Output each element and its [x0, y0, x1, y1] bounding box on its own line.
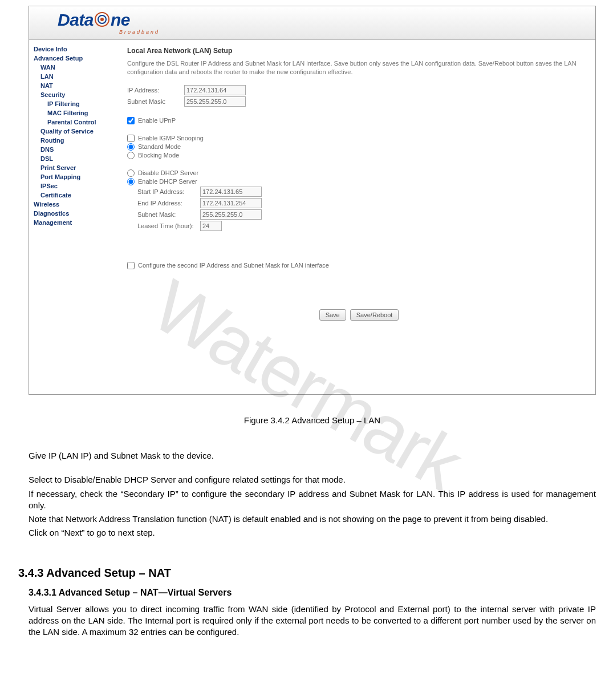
document-body: Give IP (LAN IP) and Subnet Mask to the …	[29, 450, 596, 539]
enable-dhcp-label: Enable DHCP Server	[138, 178, 197, 185]
start-ip-label: Start IP Address:	[127, 188, 200, 195]
start-ip-input[interactable]	[200, 187, 262, 197]
standard-mode-radio[interactable]	[127, 143, 135, 151]
disable-dhcp-radio[interactable]	[127, 169, 135, 177]
section-paragraph: Virtual Server allows you to direct inco…	[29, 604, 596, 638]
nav-ip-filtering[interactable]: IP Filtering	[34, 99, 118, 108]
router-banner: Datane Broadband	[29, 6, 595, 40]
subnet-mask-label: Subnet Mask:	[127, 98, 184, 105]
nav-dsl[interactable]: DSL	[34, 154, 118, 163]
second-ip-checkbox[interactable]	[127, 262, 135, 269]
router-screenshot: Datane Broadband Device Info Advanced Se…	[29, 6, 596, 395]
body-p2: Select to Disable/Enable DHCP Server and…	[29, 474, 596, 485]
lan-setup-title: Local Area Network (LAN) Setup	[127, 47, 591, 55]
standard-mode-label: Standard Mode	[138, 143, 181, 150]
nav-management[interactable]: Management	[34, 218, 118, 227]
body-p4: Note that Network Address Translation fu…	[29, 513, 596, 525]
leased-time-label: Leased Time (hour):	[127, 222, 200, 229]
nav-nat[interactable]: NAT	[34, 81, 118, 90]
dhcp-subnet-input[interactable]	[200, 209, 262, 220]
sidebar-nav: Device Info Advanced Setup WAN LAN NAT S…	[29, 40, 118, 395]
nav-print-server[interactable]: Print Server	[34, 163, 118, 172]
enable-upnp-checkbox[interactable]	[127, 117, 135, 124]
svg-point-2	[100, 18, 104, 21]
logo: Datane	[58, 9, 130, 30]
nav-dns[interactable]: DNS	[34, 145, 118, 154]
nav-lan[interactable]: LAN	[34, 72, 118, 81]
nav-qos[interactable]: Quality of Service	[34, 127, 118, 136]
logo-swirl-icon	[94, 11, 111, 28]
enable-igmp-checkbox[interactable]	[127, 135, 135, 142]
router-content: Local Area Network (LAN) Setup Configure…	[118, 40, 595, 395]
lan-setup-description: Configure the DSL Router IP Address and …	[127, 59, 591, 77]
nav-wireless[interactable]: Wireless	[34, 200, 118, 209]
logo-text: Data	[58, 10, 94, 29]
nav-security[interactable]: Security	[34, 90, 118, 99]
end-ip-label: End IP Address:	[127, 200, 200, 207]
subsection-heading: 3.4.3.1 Advanced Setup – NAT—Virtual Ser…	[29, 588, 596, 598]
nav-ipsec[interactable]: IPSec	[34, 181, 118, 191]
nav-certificate[interactable]: Certificate	[34, 191, 118, 200]
figure-caption: Figure 3.4.2 Advanced Setup – LAN	[29, 415, 596, 425]
body-p3: If necessary, check the “Secondary IP” t…	[29, 488, 596, 512]
nav-advanced-setup[interactable]: Advanced Setup	[34, 54, 118, 63]
end-ip-input[interactable]	[200, 198, 262, 208]
dhcp-subnet-label: Subnet Mask:	[127, 211, 200, 218]
subnet-mask-input[interactable]	[184, 96, 246, 107]
blocking-mode-radio[interactable]	[127, 152, 135, 159]
section-heading: 3.4.3 Advanced Setup – NAT	[18, 567, 596, 580]
save-reboot-button[interactable]: Save/Reboot	[350, 309, 399, 321]
disable-dhcp-label: Disable DHCP Server	[138, 169, 198, 176]
enable-dhcp-radio[interactable]	[127, 178, 135, 185]
enable-igmp-label: Enable IGMP Snooping	[138, 135, 204, 141]
body-p5: Click on “Next” to go to next step.	[29, 527, 596, 539]
nav-diagnostics[interactable]: Diagnostics	[34, 209, 118, 218]
blocking-mode-label: Blocking Mode	[138, 152, 179, 159]
body-p1: Give IP (LAN IP) and Subnet Mask to the …	[29, 450, 596, 462]
enable-upnp-label: Enable UPnP	[138, 117, 176, 124]
logo-suffix: ne	[111, 10, 130, 29]
nav-port-mapping[interactable]: Port Mapping	[34, 172, 118, 181]
nav-parental-control[interactable]: Parental Control	[34, 118, 118, 127]
ip-address-label: IP Address:	[127, 87, 184, 94]
save-button[interactable]: Save	[319, 309, 346, 321]
nav-device-info[interactable]: Device Info	[34, 44, 118, 54]
nav-mac-filtering[interactable]: MAC Filtering	[34, 108, 118, 118]
ip-address-input[interactable]	[184, 85, 246, 95]
leased-time-input[interactable]	[200, 221, 222, 231]
nav-routing[interactable]: Routing	[34, 136, 118, 145]
nav-wan[interactable]: WAN	[34, 63, 118, 72]
logo-tagline: Broadband	[119, 29, 160, 35]
second-ip-label: Configure the second IP Address and Subn…	[138, 262, 329, 269]
